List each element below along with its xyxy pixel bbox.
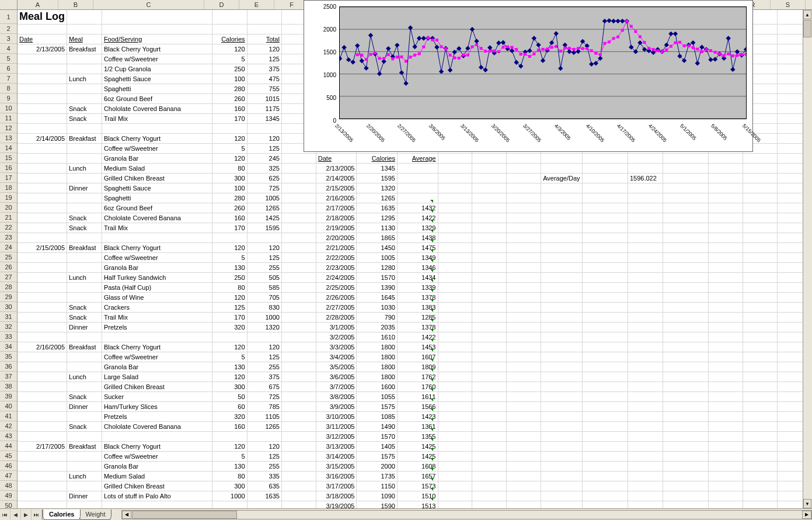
cell-O35[interactable] [628,352,663,362]
cell-L39[interactable] [507,391,541,401]
row-header-45[interactable]: 45 [0,451,17,461]
cell-C26[interactable]: Granola Bar [102,262,212,272]
cell-J19[interactable] [438,193,472,203]
cell-G22[interactable]: 2/19/2005 [316,223,357,233]
row-header-48[interactable]: 48 [0,481,17,491]
cell-P47[interactable] [663,471,708,481]
cell-G32[interactable]: 3/1/2005 [316,322,357,332]
cell-P38[interactable] [663,382,708,391]
cell-A44[interactable]: 2/17/2005 [18,441,67,451]
cell-R22[interactable] [743,223,778,233]
cell-C43[interactable] [102,431,212,441]
cell-A19[interactable] [18,193,67,203]
cell-L38[interactable] [507,382,541,391]
cell-O19[interactable] [628,193,663,203]
cell-C42[interactable]: Chololate Covered Banana [102,421,212,431]
row-header-39[interactable]: 39 [0,391,17,401]
cell-D26[interactable]: 130 [212,262,247,272]
cell-H25[interactable]: 1005 [357,252,398,262]
cell-K41[interactable] [472,411,507,421]
cell-N31[interactable] [582,312,628,322]
cell-F30[interactable] [281,302,316,312]
cell-N37[interactable] [582,372,628,382]
cell-D3[interactable]: Calories [212,34,247,44]
cell-F31[interactable] [281,312,316,322]
cell-M34[interactable] [541,342,582,352]
cell-N16[interactable] [582,163,628,173]
col-header-A[interactable]: A [18,0,58,9]
cell-A14[interactable] [18,143,67,153]
tab-nav-next[interactable]: ▶ [21,509,32,520]
cell-K35[interactable] [472,352,507,362]
cell-M26[interactable] [541,262,582,272]
cell-A24[interactable]: 2/15/2005 [18,242,67,252]
cell-L19[interactable] [507,193,541,203]
cell-A34[interactable]: 2/16/2005 [18,342,67,352]
cell-G48[interactable]: 3/17/2005 [316,481,357,491]
cell-E49[interactable]: 1635 [247,491,281,501]
cell-E25[interactable]: 125 [247,252,281,262]
cell-A13[interactable]: 2/14/2005 [18,133,67,143]
cell-Q40[interactable] [709,401,743,411]
cell-Q49[interactable] [709,491,743,501]
cell-B44[interactable]: Breakfast [67,441,102,451]
cell-H18[interactable]: 1320 [357,183,398,193]
cell-M45[interactable] [541,451,582,461]
cell-H40[interactable]: 1575 [357,401,398,411]
cell-K26[interactable] [472,262,507,272]
cell-E40[interactable]: 785 [247,401,281,411]
cell-M18[interactable] [541,183,582,193]
cell-H45[interactable]: 1575 [357,451,398,461]
cell-F29[interactable] [281,292,316,302]
cell-M43[interactable] [541,431,582,441]
cell-E38[interactable]: 675 [247,382,281,391]
cell-O26[interactable] [628,262,663,272]
cell-D9[interactable]: 260 [212,93,247,103]
cell-A10[interactable] [18,103,67,113]
cell-F33[interactable] [281,332,316,342]
cell-P37[interactable] [663,372,708,382]
cell-G18[interactable]: 2/15/2005 [316,183,357,193]
cell-H20[interactable]: 1635 [357,203,398,213]
row-header-21[interactable]: 21 [0,213,17,223]
cell-E15[interactable]: 245 [247,153,281,163]
cell-C12[interactable] [102,123,212,133]
cell-J33[interactable] [438,332,472,342]
cell-L33[interactable] [507,332,541,342]
cell-P43[interactable] [663,431,708,441]
cell-D48[interactable]: 300 [212,481,247,491]
cell-H30[interactable]: 1030 [357,302,398,312]
cell-E21[interactable]: 1425 [247,213,281,223]
cell-D1[interactable] [212,10,247,24]
cell-R44[interactable] [743,441,778,451]
cell-C6[interactable]: 1/2 Cup Granola [102,64,212,74]
cell-J27[interactable] [438,272,472,282]
cell-P45[interactable] [663,451,708,461]
cell-R20[interactable] [743,203,778,213]
cell-L25[interactable] [507,252,541,262]
cell-M41[interactable] [541,411,582,421]
cell-F37[interactable] [281,372,316,382]
cell-F16[interactable] [281,163,316,173]
cell-R47[interactable] [743,471,778,481]
cell-C13[interactable]: Black Cherry Yogurt [102,133,212,143]
cell-K31[interactable] [472,312,507,322]
cell-C41[interactable]: Pretzels [102,411,212,421]
cell-L26[interactable] [507,262,541,272]
row-header-9[interactable]: 9 [0,93,17,103]
cell-O27[interactable] [628,272,663,282]
col-header-B[interactable]: B [58,0,93,9]
cell-M35[interactable] [541,352,582,362]
cell-A16[interactable] [18,163,67,173]
cell-A32[interactable] [18,322,67,332]
cell-M22[interactable] [541,223,582,233]
cell-F21[interactable] [281,213,316,223]
cell-P49[interactable] [663,491,708,501]
cell-D13[interactable]: 120 [212,133,247,143]
cell-M24[interactable] [541,242,582,252]
cell-D32[interactable]: 320 [212,322,247,332]
cell-M29[interactable] [541,292,582,302]
cell-D49[interactable]: 1000 [212,491,247,501]
cell-O30[interactable] [628,302,663,312]
cell-H28[interactable]: 1390 [357,282,398,292]
